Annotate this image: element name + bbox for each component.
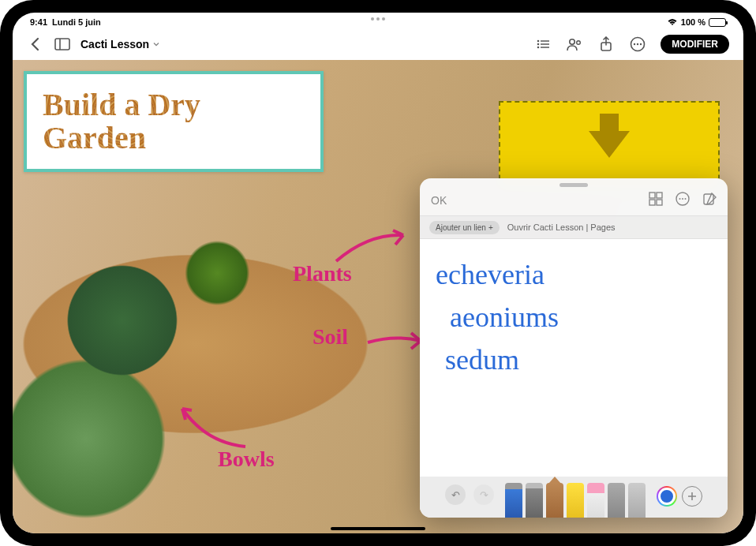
svg-rect-0 (55, 39, 69, 50)
app-toolbar: Cacti Lesson MODIFIER (13, 28, 743, 60)
quicknote-link-bar: Ajouter un lien + Ouvrir Cacti Lesson | … (420, 215, 728, 239)
svg-rect-18 (657, 200, 662, 205)
undo-button[interactable]: ↶ (445, 484, 466, 505)
status-bar: 9:41 Lundi 5 juin 100 % (13, 13, 743, 28)
svg-point-20 (679, 198, 681, 200)
markup-toolbar: ↶ ↷ (420, 477, 728, 518)
slide-title-card[interactable]: Build a Dry Garden (24, 71, 324, 172)
svg-point-2 (537, 40, 540, 43)
quicknote-compose-icon[interactable] (702, 192, 717, 209)
quick-note-panel: OK Ajouter un lien + Ouvrir Cacti Lesson… (420, 178, 728, 518)
slide-canvas[interactable]: Build a Dry Garden Plants Soil Bowls OK (13, 60, 743, 533)
note-line-1: echeveria (436, 253, 712, 296)
svg-point-6 (537, 47, 540, 49)
share-icon[interactable] (597, 36, 615, 53)
svg-rect-15 (649, 193, 655, 198)
lasso-tool[interactable] (608, 483, 625, 518)
more-icon[interactable] (629, 36, 646, 53)
arrow-down-icon (589, 131, 630, 158)
slide-title: Build a Dry Garden (43, 88, 305, 155)
status-time: 9:41 (30, 17, 47, 27)
eraser-tool[interactable] (587, 483, 604, 518)
pencil-tool[interactable] (546, 483, 563, 518)
sidebar-toggle-icon[interactable] (54, 36, 71, 53)
svg-point-13 (637, 43, 638, 45)
home-indicator[interactable] (331, 527, 425, 530)
annotation-soil: Soil (313, 324, 348, 350)
marker-tool[interactable] (526, 483, 543, 518)
document-title[interactable]: Cacti Lesson (80, 38, 160, 50)
quicknote-body[interactable]: echeveria aeoniums sedum (420, 239, 728, 477)
annotation-plants: Plants (293, 261, 352, 286)
collaborate-icon[interactable] (566, 36, 583, 53)
add-link-label: Ajouter un lien (436, 223, 486, 232)
svg-rect-16 (657, 193, 662, 198)
add-shape-button[interactable] (682, 486, 702, 507)
doc-title-text: Cacti Lesson (80, 38, 149, 50)
plus-icon: + (488, 223, 493, 232)
quicknote-ok-button[interactable]: OK (431, 194, 447, 207)
svg-point-12 (634, 43, 635, 45)
battery-percent: 100 % (681, 17, 705, 27)
svg-point-21 (682, 198, 683, 200)
status-date: Lundi 5 juin (52, 17, 101, 27)
wifi-icon (667, 18, 678, 26)
yellow-arrow-placeholder[interactable] (499, 101, 720, 188)
battery-icon (709, 18, 726, 27)
color-picker[interactable] (657, 486, 677, 507)
redo-button[interactable]: ↷ (473, 484, 494, 505)
back-button[interactable] (27, 36, 44, 53)
svg-point-14 (640, 43, 642, 45)
open-link-button[interactable]: Ouvrir Cacti Lesson | Pages (507, 223, 616, 232)
svg-point-8 (570, 39, 574, 44)
chevron-down-icon (152, 40, 160, 48)
note-line-2: aeoniums (436, 296, 712, 338)
svg-point-9 (577, 41, 581, 45)
notes-grid-icon[interactable] (649, 192, 663, 209)
pen-tool[interactable] (505, 483, 522, 518)
edit-button[interactable]: MODIFIER (661, 35, 729, 54)
svg-point-4 (537, 43, 540, 46)
ruler-tool[interactable] (628, 483, 646, 518)
quicknote-more-icon[interactable] (676, 192, 690, 209)
annotation-bowls: Bowls (218, 447, 275, 472)
add-link-button[interactable]: Ajouter un lien + (429, 221, 500, 234)
svg-rect-17 (649, 200, 655, 205)
svg-point-22 (685, 198, 687, 200)
multitask-dots[interactable] (371, 17, 385, 21)
outline-icon[interactable] (534, 36, 552, 53)
highlighter-tool[interactable] (567, 483, 584, 518)
note-line-3: sedum (436, 338, 712, 381)
soil-arrow-icon (364, 327, 427, 358)
